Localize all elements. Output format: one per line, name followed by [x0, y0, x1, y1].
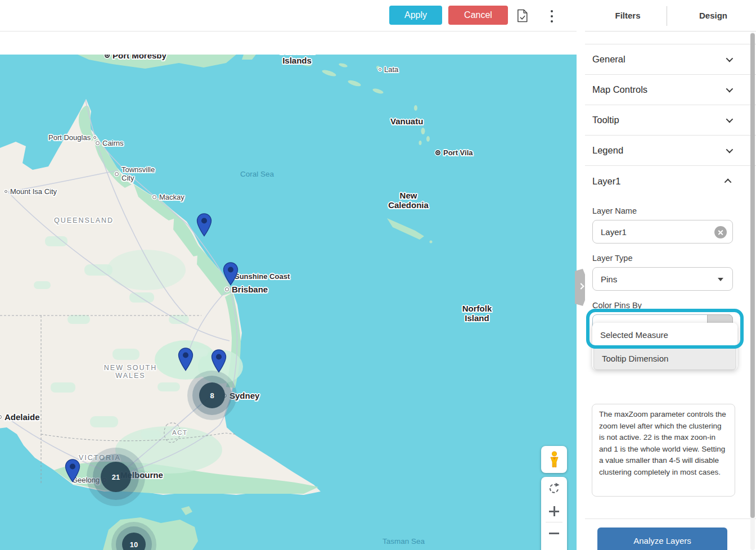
cluster-count: 8 — [210, 391, 214, 400]
map-pin-geelong[interactable] — [65, 459, 80, 483]
chevron-down-icon — [726, 55, 734, 62]
design-sidebar: Filters Design General Map Controls Tool… — [585, 0, 756, 550]
zoom-in-button[interactable] — [541, 501, 567, 522]
clear-icon[interactable] — [714, 226, 727, 238]
cluster-marker-tasmania[interactable]: 10 — [111, 522, 156, 550]
chevron-down-icon — [726, 116, 734, 123]
section-label: Legend — [592, 145, 623, 156]
kebab-menu-icon[interactable] — [548, 10, 556, 22]
analyze-layers-button[interactable]: Analyze Layers — [597, 528, 727, 550]
section-layer1[interactable]: Layer1 — [585, 166, 756, 196]
minus-icon — [549, 528, 559, 538]
chevron-up-icon — [724, 178, 732, 186]
section-label: Tooltip — [592, 115, 619, 125]
chevron-down-icon — [718, 278, 723, 281]
divider — [585, 519, 756, 519]
sidebar-tabs: Filters Design — [585, 0, 756, 31]
scrollbar-thumb[interactable] — [750, 33, 755, 518]
cluster-count: 10 — [130, 540, 138, 549]
accordion: General Map Controls Tooltip Legend Laye… — [585, 44, 756, 196]
cluster-marker-sydney[interactable]: 8 — [187, 371, 237, 420]
layer-type-value: Pins — [601, 274, 617, 284]
map-pin-nsw-inland-2[interactable] — [211, 349, 227, 373]
map-canvas[interactable]: Port Moresby Solomon Islands Lata Vanuat… — [0, 55, 577, 550]
top-toolbar: Apply Cancel — [0, 0, 577, 31]
option-selected-measure[interactable]: Selected Measure — [592, 323, 737, 346]
color-pins-dropdown: Selected Measure Tooltip Dimension — [592, 323, 737, 370]
layer-name-field — [592, 220, 733, 244]
tab-filters[interactable]: Filters — [585, 0, 670, 31]
chevron-right-icon — [578, 283, 584, 289]
section-general[interactable]: General — [585, 44, 756, 75]
section-label: Layer1 — [592, 176, 620, 187]
layer-name-label: Layer Name — [592, 206, 756, 215]
layer-name-input[interactable] — [601, 227, 713, 237]
cancel-button[interactable]: Cancel — [448, 6, 508, 25]
color-pins-by-label: Color Pins By — [592, 301, 756, 310]
layer-type-select[interactable]: Pins — [592, 267, 733, 291]
map-pin-nsw-inland-1[interactable] — [178, 348, 194, 371]
section-label: General — [592, 54, 626, 65]
plus-icon — [549, 506, 559, 516]
layer-type-label: Layer Type — [592, 254, 756, 263]
section-tooltip[interactable]: Tooltip — [585, 105, 756, 136]
apply-button[interactable]: Apply — [389, 6, 442, 25]
zoom-out-button[interactable] — [541, 522, 567, 544]
maxzoom-help-text: The maxZoom parameter controls the zoom … — [592, 404, 735, 497]
map-pin-qld-coast[interactable] — [196, 213, 212, 237]
section-map-controls[interactable]: Map Controls — [585, 75, 756, 105]
pegman-icon — [548, 451, 560, 468]
cluster-marker-melbourne[interactable]: 21 — [87, 448, 145, 506]
document-check-icon[interactable] — [517, 9, 528, 25]
option-tooltip-dimension[interactable]: Tooltip Dimension — [593, 346, 736, 370]
section-legend[interactable]: Legend — [585, 136, 756, 166]
app-window: Apply Cancel — [0, 0, 756, 550]
chevron-down-icon — [726, 146, 734, 154]
section-label: Map Controls — [592, 84, 647, 95]
divider — [667, 6, 667, 26]
map-pin-brisbane[interactable] — [223, 262, 238, 286]
chevron-down-icon — [726, 85, 734, 93]
cluster-count: 21 — [112, 473, 120, 481]
street-view-control[interactable] — [541, 446, 567, 473]
map-nav-controls — [541, 477, 567, 550]
rotate-icon[interactable] — [541, 477, 567, 501]
tab-design[interactable]: Design — [670, 0, 756, 31]
